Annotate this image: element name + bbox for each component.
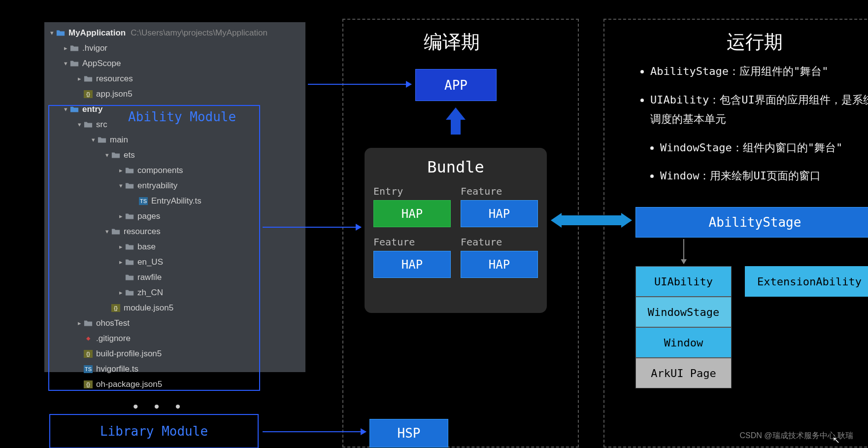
- tree-row[interactable]: ▸resources: [44, 71, 305, 86]
- ts-file-icon: TS: [139, 197, 148, 205]
- tree-item-label: entry: [82, 104, 103, 114]
- stack-windowstage: WindowStage: [635, 297, 732, 327]
- tree-row[interactable]: TSEntryAbility.ts: [44, 193, 305, 208]
- tree-row[interactable]: ▾MyApplicationC:\Users\amy\projects\MyAp…: [44, 25, 305, 40]
- chevron-down-icon[interactable]: ▾: [61, 105, 70, 113]
- hap-label: Feature: [461, 185, 538, 197]
- app-box: APP: [415, 69, 497, 101]
- hap-cell: FeatureHAP: [373, 236, 451, 278]
- tree-row[interactable]: {}module.json5: [44, 300, 305, 315]
- arrow-right-icon: [308, 84, 411, 85]
- tree-row[interactable]: ▸ohosTest: [44, 315, 305, 331]
- folder-icon: [125, 289, 134, 297]
- bullet-item: AbilityStage：应用组件的"舞台": [650, 62, 868, 81]
- tree-row[interactable]: {}oh-package.json5: [44, 377, 305, 392]
- tree-item-label: ohosTest: [96, 318, 130, 328]
- arrow-right-icon: [263, 227, 361, 228]
- compile-title: 编译期: [424, 30, 480, 55]
- tree-item-label: AppScope: [82, 59, 121, 69]
- tree-item-label: zh_CN: [137, 288, 163, 298]
- tree-item-label: build-profile.json5: [96, 349, 162, 359]
- folder-icon: [70, 44, 79, 52]
- chevron-down-icon[interactable]: ▾: [75, 121, 84, 128]
- json-file-icon: {}: [84, 90, 93, 98]
- chevron-down-icon[interactable]: ▾: [116, 182, 125, 189]
- tree-item-label: .gitignore: [96, 334, 131, 344]
- chevron-right-icon[interactable]: ▸: [116, 289, 125, 296]
- folder-icon: [111, 151, 120, 159]
- tree-item-label: main: [110, 135, 128, 145]
- chevron-down-icon[interactable]: ▾: [102, 228, 111, 235]
- bundle-box: Bundle EntryHAPFeatureHAPFeatureHAPFeatu…: [365, 148, 547, 313]
- folder-icon: [98, 136, 106, 144]
- tree-item-label: components: [137, 166, 183, 175]
- tree-row[interactable]: {}build-profile.json5: [44, 346, 305, 361]
- tree-row[interactable]: ▾main: [44, 132, 305, 147]
- tree-item-label: pages: [137, 211, 160, 221]
- tree-row[interactable]: {}app.json5: [44, 86, 305, 102]
- chevron-right-icon[interactable]: ▸: [75, 75, 84, 82]
- chevron-right-icon[interactable]: ▸: [75, 319, 84, 327]
- tree-row[interactable]: ▸zh_CN: [44, 285, 305, 300]
- tree-row[interactable]: TShvigorfile.ts: [44, 361, 305, 377]
- chevron-down-icon[interactable]: ▾: [89, 136, 98, 143]
- hap-label: Entry: [373, 185, 451, 197]
- chevron-down-icon[interactable]: ▾: [47, 29, 56, 36]
- folder-icon: [70, 105, 79, 113]
- arrow-bidirectional-icon: [551, 213, 632, 228]
- cursor-icon: ↖: [833, 435, 840, 446]
- json-file-icon: {}: [84, 350, 93, 358]
- file-tree-panel: ▾MyApplicationC:\Users\amy\projects\MyAp…: [44, 22, 305, 372]
- folder-icon: [70, 60, 79, 68]
- hap-label: Feature: [461, 236, 538, 248]
- json-file-icon: {}: [84, 380, 93, 388]
- tree-row[interactable]: ▾resources: [44, 224, 305, 239]
- folder-icon: [84, 319, 93, 327]
- stack-window: Window: [635, 327, 732, 358]
- arrow-up-icon: [446, 107, 466, 135]
- arrow-right-icon: [263, 431, 366, 432]
- bundle-title: Bundle: [373, 158, 538, 176]
- tree-row[interactable]: ▾entryability: [44, 178, 305, 193]
- runtime-title: 运行期: [727, 30, 783, 55]
- chevron-right-icon[interactable]: ▸: [61, 44, 70, 52]
- tree-row[interactable]: ▸components: [44, 163, 305, 178]
- folder-icon: [125, 167, 134, 174]
- tree-item-label: EntryAbility.ts: [151, 196, 201, 206]
- tree-item-label: ets: [124, 150, 135, 160]
- bullet-item: UIAbility：包含UI界面的应用组件，是系统调度的基本单元: [650, 90, 868, 129]
- tree-row[interactable]: ▸pages: [44, 208, 305, 224]
- chevron-down-icon[interactable]: ▾: [61, 60, 70, 67]
- tree-row[interactable]: ▸base: [44, 239, 305, 254]
- folder-icon: [56, 29, 65, 37]
- hap-box: HAP: [373, 251, 451, 278]
- tree-item-label: base: [137, 242, 156, 252]
- tree-row[interactable]: ▸.hvigor: [44, 40, 305, 56]
- tree-row[interactable]: rawfile: [44, 270, 305, 285]
- tree-item-label: rawfile: [137, 273, 162, 282]
- tree-row[interactable]: ▸en_US: [44, 254, 305, 270]
- tree-item-label: hvigorfile.ts: [96, 364, 138, 374]
- chevron-right-icon[interactable]: ▸: [116, 258, 125, 266]
- folder-icon: [125, 182, 134, 190]
- chevron-right-icon[interactable]: ▸: [116, 167, 125, 174]
- arrow-down-icon: [683, 239, 684, 264]
- git-file-icon: ◆: [84, 335, 93, 343]
- stack-uiability: UIAbility: [635, 266, 732, 297]
- hap-cell: FeatureHAP: [461, 185, 538, 227]
- tree-row[interactable]: ◆.gitignore: [44, 331, 305, 346]
- chevron-right-icon[interactable]: ▸: [116, 243, 125, 250]
- hap-box: HAP: [373, 200, 451, 227]
- hsp-box: HSP: [369, 419, 448, 448]
- chevron-right-icon[interactable]: ▸: [116, 212, 125, 220]
- tree-item-label: module.json5: [124, 303, 173, 313]
- tree-row[interactable]: ▾ets: [44, 147, 305, 163]
- tree-root-path: C:\Users\amy\projects\MyApplication: [131, 28, 267, 38]
- folder-icon: [125, 258, 134, 266]
- runtime-bullets: AbilityStage：应用组件的"舞台" UIAbility：包含UI界面的…: [640, 62, 868, 195]
- json-file-icon: {}: [111, 304, 120, 312]
- chevron-down-icon[interactable]: ▾: [102, 151, 111, 159]
- folder-icon: [84, 121, 93, 129]
- tree-item-label: en_US: [137, 257, 163, 267]
- tree-row[interactable]: ▾AppScope: [44, 56, 305, 71]
